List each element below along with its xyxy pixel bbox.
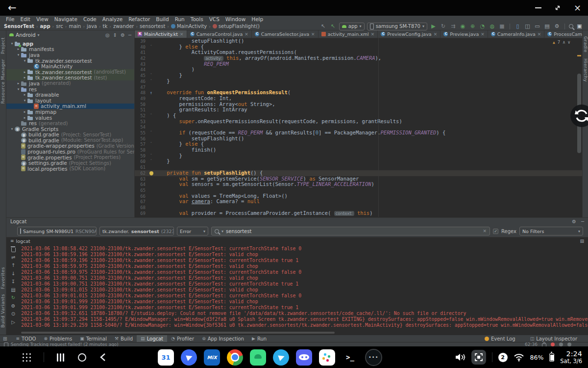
tree-item-build-gradle[interactable]: build.gradle(Module: SensorTest.app): [6, 137, 134, 143]
menu-refactor[interactable]: Refactor: [125, 16, 153, 22]
android-app-icon[interactable]: [250, 349, 266, 366]
tree-item-res[interactable]: ▾res: [6, 86, 134, 92]
telegram-app-icon[interactable]: [273, 349, 289, 366]
tree-item-build-gradle[interactable]: build.gradle(Project: SensorTest): [6, 132, 134, 138]
error-indicator-icon[interactable]: [551, 342, 555, 346]
tree-item-tk-zwander-sensortest[interactable]: ▸tk.zwander.sensortest(test): [6, 75, 134, 81]
discord-app-icon[interactable]: [296, 349, 312, 366]
close-tab-icon[interactable]: ✕: [434, 32, 438, 37]
logcat-hscrollbar[interactable]: [21, 332, 335, 334]
logcat-tab[interactable]: ≡ logcat ▤: [6, 237, 588, 244]
tree-chevron-icon[interactable]: ▾: [9, 127, 15, 131]
plane-app-icon[interactable]: [181, 349, 197, 366]
tree-item-drawable[interactable]: ▸drawable: [6, 92, 134, 98]
soft-wrap-icon[interactable]: ⇌: [11, 255, 15, 261]
layout-inspector-button[interactable]: ◫ Layout Inspector: [526, 335, 581, 342]
attach-debugger-icon[interactable]: ⊕: [469, 23, 476, 30]
logcat-process-selector[interactable]: tk.zwander.sensortest (23232) [DE ▾: [99, 227, 174, 236]
wrap-icon[interactable]: ▤: [580, 238, 584, 243]
locate-file-icon[interactable]: ◎: [105, 32, 110, 38]
tree-item-gradle-wrapper-properties[interactable]: gradle-wrapper.properties(Gradle Version…: [6, 143, 134, 149]
emulator-icon[interactable]: ▭: [534, 23, 541, 30]
home-button[interactable]: [78, 353, 86, 362]
editor-tab-cameraselector-java[interactable]: CameraSelector.java✕: [252, 30, 318, 38]
restart-logcat-icon[interactable]: ↻: [11, 295, 15, 301]
project-view-selector[interactable]: Android: [16, 32, 36, 38]
menu-analyze[interactable]: Analyze: [99, 16, 125, 22]
menu-navigate[interactable]: Navigate: [51, 16, 80, 22]
tree-chevron-icon[interactable]: ▸: [22, 110, 27, 114]
editor-tab-mainactivity-kt[interactable]: MainActivity.kt✕: [135, 30, 187, 38]
tool-run-button[interactable]: ▶Run: [248, 335, 270, 342]
event-log-button[interactable]: Event Log: [481, 335, 519, 342]
tool-strip-hierarchy[interactable]: Hierarchy: [583, 58, 588, 82]
calendar-app-icon[interactable]: 31: [158, 349, 174, 366]
maximize-icon[interactable]: [554, 4, 561, 11]
profiler-icon[interactable]: ◔: [479, 23, 486, 30]
breadcrumb-item[interactable]: src: [56, 24, 63, 29]
tree-item-res[interactable]: res(generated): [6, 120, 134, 126]
menu-window[interactable]: Window: [222, 16, 248, 22]
inspections-widget[interactable]: ▲ 7 ∧ ∨: [553, 40, 570, 45]
tree-chevron-icon[interactable]: ▸: [16, 81, 21, 85]
profile-app-icon[interactable]: ◍: [489, 23, 496, 30]
target-device-selector[interactable]: samsung SM-T870▾: [367, 23, 427, 30]
tool-app-inspection-button[interactable]: ⊚App Inspection: [198, 335, 248, 342]
breadcrumb-item[interactable]: java: [87, 24, 97, 29]
notifications-icon[interactable]: ▣: [576, 23, 583, 30]
breadcrumb-item[interactable]: tk: [103, 24, 108, 29]
menu-help[interactable]: Help: [248, 16, 266, 22]
tool-strip-project[interactable]: Project: [0, 37, 5, 54]
apply-changes-icon[interactable]: ↻: [440, 23, 447, 30]
breadcrumb-item[interactable]: SensorTest: [4, 24, 34, 29]
sdk-manager-icon[interactable]: ⚙: [553, 23, 561, 30]
device-mirror-icon[interactable]: ◫: [524, 23, 531, 30]
settings-icon[interactable]: ⚙: [121, 32, 125, 38]
tree-chevron-icon[interactable]: ▸: [16, 47, 21, 51]
editor-tab-processcameraprovider-java[interactable]: ProcessCameraProvider.java✕: [544, 30, 582, 38]
back-button[interactable]: [99, 353, 107, 362]
menu-tools[interactable]: Tools: [188, 16, 206, 22]
tool-build-button[interactable]: ⚒Build: [111, 335, 137, 342]
breadcrumb-item[interactable]: app: [40, 24, 50, 29]
tool-strip-gradle[interactable]: Gradle: [583, 36, 588, 53]
tree-item-values[interactable]: ▸values: [6, 115, 134, 121]
tree-item-activity-main-xml[interactable]: activity_main.xml: [6, 104, 134, 109]
breadcrumb-item[interactable]: setupFlashlight(): [213, 24, 260, 29]
device-manager-icon[interactable]: ▯: [514, 23, 521, 30]
more-app-icon[interactable]: •••: [365, 349, 382, 366]
tool-windows-corner-icon[interactable]: ⊞: [3, 336, 7, 342]
tree-item-mainactivity[interactable]: MainActivity: [6, 63, 134, 69]
tree-item-local-properties[interactable]: local.properties(SDK Location): [6, 166, 134, 172]
scroll-up-icon[interactable]: ↑: [11, 263, 15, 268]
menu-vcs[interactable]: VCS: [206, 16, 222, 22]
chrome-app-icon[interactable]: [227, 349, 243, 366]
editor-tab-camerainfo-java[interactable]: CameraInfo.java✕: [488, 30, 545, 38]
mute-icon[interactable]: [455, 352, 466, 362]
notification-count-badge[interactable]: 2: [498, 353, 508, 362]
tree-item-tk-zwander-sensortest[interactable]: ▾tk.zwander.sensortest: [6, 58, 134, 64]
tool-problems-button[interactable]: ⊗Problems: [40, 335, 76, 342]
fold-icon[interactable]: ˆ: [148, 79, 154, 85]
close-tab-icon[interactable]: ✕: [538, 32, 541, 37]
screen-record-icon[interactable]: ▷: [11, 319, 15, 325]
tool-strip-build-variants[interactable]: Build Variants: [0, 294, 5, 328]
menu-code[interactable]: Code: [80, 16, 99, 22]
logcat-settings-icon[interactable]: ⚙: [11, 303, 16, 309]
logcat-search-input[interactable]: ▾ sensortest ✕: [211, 227, 490, 236]
tree-item-proguard-rules-pro[interactable]: proguard-rules.pro(ProGuard Rules for Se…: [6, 149, 134, 155]
menu-file[interactable]: File: [3, 16, 18, 22]
nav-back-icon[interactable]: ↖: [319, 23, 327, 30]
stop-icon[interactable]: ■: [498, 23, 506, 30]
clear-logcat-icon[interactable]: [11, 248, 16, 252]
menu-edit[interactable]: Edit: [18, 16, 33, 22]
tree-item-gradle-properties[interactable]: gradle.properties(Project Properties): [6, 155, 134, 160]
close-tab-icon[interactable]: ✕: [311, 32, 315, 37]
clock[interactable]: 2:24 Sat, 3/6: [560, 350, 582, 365]
mix-app-icon[interactable]: MiX: [204, 349, 220, 366]
tree-item-tk-zwander-sensortest[interactable]: ▸tk.zwander.sensortest(androidTest): [6, 69, 134, 75]
next-issue-icon[interactable]: ∨: [568, 40, 570, 45]
back-arrow-icon[interactable]: ←: [8, 0, 17, 16]
apply-code-changes-icon[interactable]: ⇉: [449, 23, 457, 30]
logcat-filter-selector[interactable]: No Filters▾: [519, 227, 583, 236]
